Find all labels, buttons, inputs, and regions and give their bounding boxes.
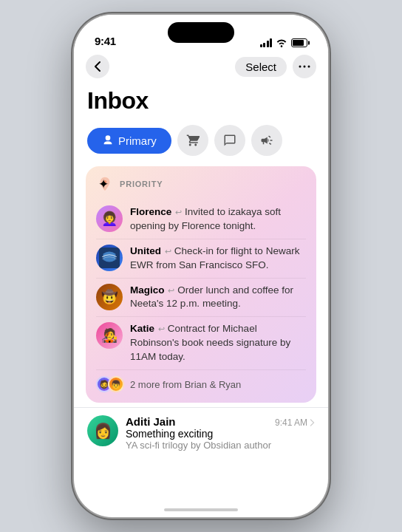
email-content-aditi: Aditi Jain 9:41 AM Something exciting YA…	[126, 415, 315, 451]
status-icons	[260, 38, 308, 47]
item-text-magico: Magico ↩ Order lunch and coffee for Neet…	[130, 284, 306, 312]
tab-primary[interactable]: Primary	[87, 128, 171, 154]
dynamic-island	[168, 22, 234, 43]
body-katie: Contract for Michael Robinson's book nee…	[130, 323, 290, 362]
priority-item-florence[interactable]: 👩‍🦱 Florence ↩ Invited to izakaya soft o…	[96, 200, 306, 239]
email-preview-aditi: YA sci-fi trilogy by Obsidian author	[126, 440, 315, 451]
wifi-icon	[276, 38, 287, 47]
page-title: Inbox	[74, 84, 328, 125]
chevron-right-icon	[310, 419, 315, 426]
item-text-katie: Katie ↩ Contract for Michael Robinson's …	[130, 322, 306, 364]
item-text-florence: Florence ↩ Invited to izakaya soft openi…	[130, 205, 306, 233]
more-from-text: 2 more from Brian & Ryan	[130, 379, 241, 390]
chat-icon	[223, 134, 236, 147]
priority-icon: ✦	[96, 175, 114, 193]
megaphone-icon	[260, 134, 273, 147]
nav-bar: Select	[74, 52, 328, 84]
sender-katie: Katie	[130, 323, 154, 334]
svg-point-1	[304, 66, 306, 68]
shopping-icon	[186, 134, 200, 147]
mini-avatar-2: 👦	[108, 376, 124, 392]
avatar-florence: 👩‍🦱	[96, 205, 123, 232]
tab-shopping[interactable]	[177, 125, 208, 156]
priority-item-katie[interactable]: 🧑‍🎤 Katie ↩ Contract for Michael Robinso…	[96, 317, 306, 370]
tab-promotions[interactable]	[251, 125, 282, 156]
reply-icon-florence: ↩	[175, 208, 184, 216]
home-indicator	[164, 508, 238, 511]
svg-point-2	[308, 66, 310, 68]
sender-united: United	[130, 245, 161, 256]
reply-icon-katie: ↩	[158, 324, 167, 333]
avatar-magico: 🤠	[96, 284, 123, 310]
email-time-aditi: 9:41 AM	[275, 417, 315, 428]
email-list: 👩 Aditi Jain 9:41 AM Something exciting …	[74, 407, 328, 458]
sender-magico: Magico	[130, 284, 165, 296]
more-from[interactable]: 🧔 👦 2 more from Brian & Ryan	[96, 370, 306, 394]
nav-actions: Select	[235, 55, 316, 78]
select-button[interactable]: Select	[235, 57, 287, 77]
email-header-aditi: Aditi Jain 9:41 AM	[126, 415, 315, 428]
priority-header: ✦ PRIORITY	[96, 175, 306, 193]
battery-icon	[291, 38, 307, 47]
email-item-aditi[interactable]: 👩 Aditi Jain 9:41 AM Something exciting …	[74, 407, 328, 458]
svg-point-0	[299, 66, 302, 68]
tab-primary-label: Primary	[118, 134, 157, 147]
status-time: 9:41	[95, 35, 116, 47]
avatar-aditi: 👩	[87, 415, 118, 446]
svg-text:✦: ✦	[98, 177, 109, 191]
status-bar: 9:41	[74, 15, 328, 52]
more-avatars: 🧔 👦	[96, 376, 124, 392]
priority-card: ✦ PRIORITY 👩‍🦱 Florence ↩ Invited to iza…	[86, 166, 316, 403]
tab-social[interactable]	[214, 125, 245, 156]
sender-florence: Florence	[130, 206, 171, 217]
priority-label: PRIORITY	[120, 180, 163, 188]
avatar-united	[96, 245, 123, 271]
email-sender-aditi: Aditi Jain	[126, 415, 176, 428]
email-subject-aditi: Something exciting	[126, 428, 315, 440]
phone-frame: 9:41 Select	[74, 15, 328, 517]
united-logo-svg	[99, 248, 120, 268]
priority-item-magico[interactable]: 🤠 Magico ↩ Order lunch and coffee for Ne…	[96, 279, 306, 318]
signal-bars-icon	[260, 38, 273, 47]
tab-bar: Primary	[74, 125, 328, 156]
reply-icon-united: ↩	[165, 247, 174, 256]
back-button[interactable]	[86, 55, 109, 78]
reply-icon-magico: ↩	[168, 286, 177, 295]
item-text-united: United ↩ Check-in for flight to Newark E…	[130, 245, 306, 273]
avatar-katie: 🧑‍🎤	[96, 322, 123, 349]
person-icon	[102, 134, 114, 146]
priority-item-united[interactable]: United ↩ Check-in for flight to Newark E…	[96, 239, 306, 279]
more-button[interactable]	[293, 55, 316, 78]
